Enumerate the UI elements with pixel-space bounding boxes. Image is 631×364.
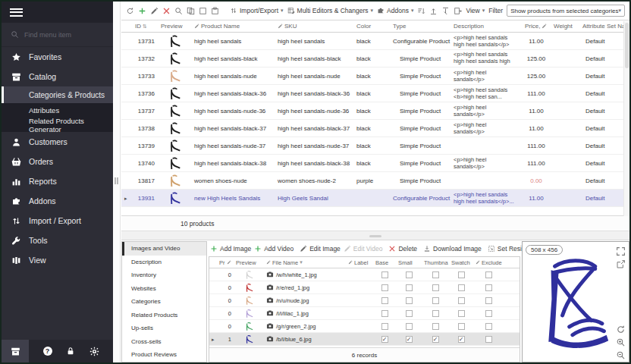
small-checkbox[interactable] bbox=[406, 323, 413, 330]
column-header-position[interactable]: Pr bbox=[217, 259, 234, 266]
select-button[interactable] bbox=[199, 5, 207, 17]
thumbnail-checkbox[interactable] bbox=[432, 284, 439, 291]
zoom-in-icon[interactable] bbox=[616, 337, 626, 347]
thumbnail-checkbox[interactable] bbox=[432, 310, 439, 317]
horizontal-splitter[interactable] bbox=[121, 231, 629, 240]
small-checkbox[interactable] bbox=[406, 271, 413, 278]
small-checkbox[interactable]: ✓ bbox=[406, 336, 413, 343]
base-checkbox[interactable] bbox=[381, 323, 388, 330]
column-header-swatch[interactable]: Swatch bbox=[449, 259, 473, 266]
external-link-icon[interactable] bbox=[616, 259, 626, 268]
list-item[interactable]: ▸ 0 /l/i/lilac_1.jpg bbox=[209, 307, 520, 320]
add-image-button[interactable]: Add Image bbox=[210, 245, 251, 253]
sidebar-item-import-export[interactable]: Import / Export bbox=[2, 211, 113, 231]
tab-description[interactable]: Description bbox=[122, 256, 206, 269]
column-header-weight[interactable]: Weight bbox=[551, 23, 579, 30]
gear-icon[interactable] bbox=[89, 347, 99, 356]
table-row[interactable]: ▸ 13817 women shoes-nude women shoes-nud… bbox=[121, 172, 629, 190]
zoom-out-icon[interactable] bbox=[616, 350, 626, 359]
column-header-base[interactable]: Base bbox=[373, 259, 396, 266]
tab-product-reviews[interactable]: Product Reviews bbox=[122, 348, 206, 362]
sidebar-search-input[interactable] bbox=[24, 31, 100, 39]
table-row[interactable]: ▸ 13737 high heel sandals-nude-36 high h… bbox=[121, 102, 629, 120]
column-header-preview[interactable]: Preview bbox=[158, 23, 191, 30]
column-header-attribute-set[interactable]: Attribute Set Name bbox=[579, 23, 629, 30]
edit-image-button[interactable]: Edit Image bbox=[300, 245, 341, 253]
base-checkbox[interactable] bbox=[381, 284, 388, 291]
exclude-checkbox[interactable] bbox=[485, 323, 492, 330]
list-item[interactable]: ▸ 0 /n/u/nude.jpg bbox=[209, 294, 520, 307]
sidebar-item-categories-products[interactable]: Categories & Products bbox=[2, 86, 113, 103]
sidebar-item-favorites[interactable]: Favorites bbox=[2, 47, 113, 67]
rotate-icon[interactable] bbox=[616, 324, 626, 334]
table-row[interactable]: ▸ 13731 high heel sandals high heel sand… bbox=[121, 33, 629, 50]
column-header-sku[interactable]: SKU bbox=[275, 23, 353, 30]
delete-product-button[interactable] bbox=[162, 5, 171, 17]
exclude-checkbox[interactable] bbox=[485, 336, 492, 343]
base-checkbox[interactable] bbox=[381, 297, 388, 304]
swatch-checkbox[interactable] bbox=[458, 284, 465, 291]
lock-icon[interactable] bbox=[66, 347, 75, 356]
sidebar-splitter[interactable] bbox=[113, 2, 121, 362]
tab-up-sells[interactable]: Up-sells bbox=[122, 322, 206, 335]
tab-cross-sells[interactable]: Cross-sells bbox=[122, 335, 206, 349]
column-header-id[interactable]: ID⇅ bbox=[132, 23, 158, 30]
add-video-button[interactable]: Add Video bbox=[254, 245, 294, 253]
column-header-small[interactable]: Small bbox=[396, 259, 422, 266]
column-header-price[interactable]: Price, bbox=[522, 23, 551, 30]
column-header-description[interactable]: Description bbox=[450, 23, 522, 30]
sidebar-item-addons[interactable]: Addons bbox=[2, 191, 113, 211]
list-item[interactable]: ▸ 0 /r/e/red_1.jpg bbox=[209, 281, 520, 294]
exclude-checkbox[interactable] bbox=[485, 271, 492, 278]
column-header-exclude[interactable]: Exclude bbox=[473, 259, 504, 266]
table-row[interactable]: ▸ 13931 new High Heels Sandals High Geel… bbox=[121, 190, 629, 207]
sort-button[interactable] bbox=[417, 5, 425, 17]
hamburger-menu-icon[interactable] bbox=[10, 6, 23, 18]
refresh-button[interactable] bbox=[126, 5, 134, 17]
search-products-button[interactable] bbox=[174, 5, 183, 17]
help-button[interactable]: ? bbox=[43, 347, 52, 356]
small-checkbox[interactable] bbox=[406, 310, 413, 317]
tab-related-products[interactable]: Related Products bbox=[122, 309, 206, 322]
column-header-type[interactable]: Type bbox=[390, 23, 450, 30]
column-header-preview[interactable]: Preview bbox=[234, 259, 264, 266]
tab-images-and-video[interactable]: Images and Video bbox=[122, 242, 206, 256]
swatch-checkbox[interactable]: ✓ bbox=[458, 336, 465, 343]
expand-icon[interactable] bbox=[616, 246, 626, 256]
table-row[interactable]: ▸ 13739 high heel sandals-nude-37 high h… bbox=[121, 137, 629, 155]
base-checkbox[interactable] bbox=[381, 271, 388, 278]
grid-vertical-scrollbar[interactable] bbox=[623, 21, 629, 216]
list-item[interactable]: ▸ 1 /b/l/blue_6.jpg ✓ ✓ ✓ ✓ bbox=[209, 333, 520, 346]
exclude-checkbox[interactable] bbox=[485, 284, 492, 291]
store-button[interactable] bbox=[2, 340, 29, 362]
sidebar-item-catalog[interactable]: Catalog bbox=[2, 67, 113, 86]
sidebar-item-tools[interactable]: Tools bbox=[2, 231, 113, 250]
column-header-thumbnail[interactable]: Thumbna bbox=[422, 259, 449, 266]
thumbnail-checkbox[interactable] bbox=[432, 271, 439, 278]
sidebar-item-orders[interactable]: Orders bbox=[2, 152, 113, 171]
export-grid-button[interactable] bbox=[454, 5, 462, 17]
view-menu[interactable]: View▾ bbox=[466, 7, 485, 14]
multi-editors-menu[interactable]: Multi Editors & Changers▾ bbox=[287, 7, 374, 14]
column-header-product-name[interactable]: Product Name bbox=[191, 23, 275, 30]
exclude-checkbox[interactable] bbox=[485, 310, 492, 317]
list-item[interactable]: ▸ 0 /w/h/white_1.jpg bbox=[209, 268, 520, 281]
column-header-color[interactable]: Color bbox=[353, 23, 390, 30]
category-filter-select[interactable]: Show products from selected categories▾ bbox=[507, 5, 625, 17]
move-down-button[interactable] bbox=[441, 5, 450, 17]
sidebar-search[interactable] bbox=[2, 23, 113, 47]
base-checkbox[interactable] bbox=[381, 310, 388, 317]
table-row[interactable]: ▸ 13733 high heel sandals-nude high heel… bbox=[121, 67, 629, 85]
thumbnail-checkbox[interactable] bbox=[432, 297, 439, 304]
edit-product-button[interactable] bbox=[150, 5, 159, 17]
table-row[interactable]: ▸ 13740 high heel sandals-black-38 high … bbox=[121, 155, 629, 172]
import-export-menu[interactable]: Import/Export▾ bbox=[230, 7, 284, 14]
thumbnail-checkbox[interactable]: ✓ bbox=[432, 336, 439, 343]
delete-image-button[interactable]: Delete bbox=[388, 245, 417, 253]
move-up-button[interactable] bbox=[429, 5, 438, 17]
tab-inventory[interactable]: Inventory bbox=[122, 268, 206, 282]
sidebar-item-attributes[interactable]: Attributes bbox=[2, 103, 113, 118]
sidebar-item-related-products-generator[interactable]: Related Products Generator bbox=[2, 118, 113, 132]
add-product-button[interactable] bbox=[138, 5, 146, 17]
column-header-label[interactable]: Label bbox=[346, 259, 373, 266]
